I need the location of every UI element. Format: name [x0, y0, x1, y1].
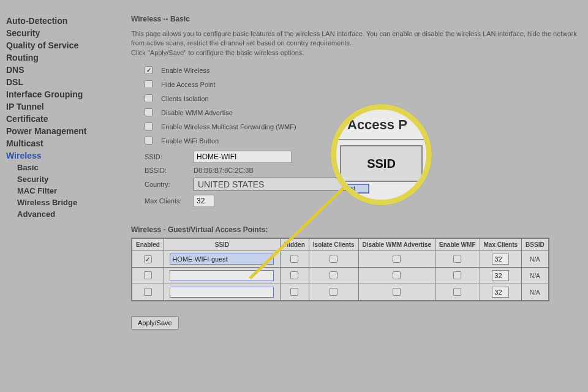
guest-col-max-clients: Max Clients: [480, 238, 522, 251]
enable-wifi-btn-checkbox[interactable]: [145, 137, 153, 145]
guest-bssid-value: N/A: [522, 268, 549, 284]
magnified-ssid-header: SSID: [340, 145, 423, 182]
hide-ap-checkbox[interactable]: [145, 80, 153, 88]
sidebar-item-security[interactable]: Security: [6, 173, 113, 185]
guest-dwmm-checkbox[interactable]: [393, 255, 401, 263]
guest-col-enable-wmf: Enable WMF: [435, 238, 480, 251]
enable-wifi-btn-label: Enable WiFi Button: [161, 137, 219, 145]
guest-dwmm-checkbox[interactable]: [393, 288, 401, 296]
guest-bssid-value: N/A: [522, 284, 549, 301]
guest-col-isolate-clients: Isolate Clients: [309, 238, 358, 251]
page-description: This page allows you to configure basic …: [131, 29, 586, 58]
guest-isolate-checkbox[interactable]: [330, 255, 337, 263]
sidebar-item-routing[interactable]: Routing: [6, 51, 113, 64]
guest-max-input[interactable]: [492, 270, 509, 281]
guest-table: EnabledSSIDHiddenIsolate ClientsDisable …: [131, 238, 549, 301]
guest-col-bssid: BSSID: [522, 238, 549, 251]
page-title: Wireless -- Basic: [131, 15, 586, 23]
magnified-ssid-fragment: est: [345, 184, 369, 194]
guest-max-input[interactable]: [492, 287, 509, 298]
guest-dwmm-checkbox[interactable]: [393, 271, 401, 279]
sidebar-nav: Auto-DetectionSecurityQuality of Service…: [6, 15, 113, 220]
guest-hidden-checkbox[interactable]: [290, 271, 298, 279]
guest-isolate-checkbox[interactable]: [330, 271, 337, 279]
guest-ewmf-checkbox[interactable]: [453, 288, 461, 296]
bssid-label: BSSID:: [145, 167, 194, 174]
guest-col-ssid: SSID: [164, 238, 280, 251]
sidebar-item-wireless-bridge[interactable]: Wireless Bridge: [6, 197, 113, 208]
guest-col-disable-wmm-advertise: Disable WMM Advertise: [358, 238, 435, 251]
apply-save-button[interactable]: Apply/Save: [131, 316, 179, 330]
table-row: N/A: [132, 284, 549, 301]
guest-col-enabled: Enabled: [132, 238, 164, 251]
guest-ewmf-checkbox[interactable]: [453, 271, 461, 279]
enable-wmf-checkbox[interactable]: [145, 123, 153, 130]
enable-wmf-label: Enable Wireless Multicast Forwarding (WM…: [161, 123, 296, 130]
sidebar-item-basic[interactable]: Basic: [6, 162, 113, 173]
sidebar-item-dsl[interactable]: DSL: [6, 76, 113, 88]
sidebar-item-mac-filter[interactable]: MAC Filter: [6, 185, 113, 197]
guest-hidden-checkbox[interactable]: [290, 255, 298, 263]
guest-hidden-checkbox[interactable]: [290, 288, 298, 296]
disable-wmm-label: Disable WMM Advertise: [161, 109, 233, 116]
guest-ssid-input[interactable]: [170, 287, 274, 298]
bssid-value: D8:B6:B7:8C:2C:3B: [194, 167, 254, 174]
guest-enabled-checkbox[interactable]: [144, 271, 152, 279]
enable-wireless-checkbox[interactable]: [145, 66, 153, 74]
clients-isolation-checkbox[interactable]: [145, 94, 153, 102]
max-clients-label: Max Clients:: [145, 197, 194, 205]
magnified-access-point-text: Access P: [347, 117, 407, 133]
sidebar-item-wireless[interactable]: Wireless: [6, 149, 113, 162]
sidebar-item-quality-of-service[interactable]: Quality of Service: [6, 39, 113, 51]
hide-ap-label: Hide Access Point: [161, 81, 216, 88]
sidebar-item-multicast[interactable]: Multicast: [6, 137, 113, 149]
sidebar-item-auto-detection[interactable]: Auto-Detection: [6, 15, 113, 27]
sidebar-item-ip-tunnel[interactable]: IP Tunnel: [6, 100, 113, 113]
guest-ssid-input[interactable]: [170, 254, 274, 265]
guest-bssid-value: N/A: [522, 251, 549, 268]
sidebar-item-dns[interactable]: DNS: [6, 64, 113, 76]
ssid-input[interactable]: [194, 151, 292, 163]
guest-max-input[interactable]: [492, 254, 509, 265]
guest-ewmf-checkbox[interactable]: [453, 255, 461, 263]
guest-isolate-checkbox[interactable]: [330, 288, 337, 296]
disable-wmm-checkbox[interactable]: [145, 108, 153, 116]
sidebar-item-certificate[interactable]: Certificate: [6, 113, 113, 125]
country-label: Country:: [145, 181, 194, 188]
sidebar-item-interface-grouping[interactable]: Interface Grouping: [6, 88, 113, 100]
magnifier-circle: Access P SSID est: [331, 104, 432, 205]
enable-wireless-label: Enable Wireless: [161, 67, 209, 74]
guest-heading: Wireless - Guest/Virtual Access Points:: [131, 225, 586, 234]
clients-isolation-label: Clients Isolation: [161, 95, 209, 102]
max-clients-input[interactable]: [194, 195, 214, 207]
guest-enabled-checkbox[interactable]: [144, 288, 152, 296]
sidebar-item-advanced[interactable]: Advanced: [6, 208, 113, 220]
ssid-label: SSID:: [145, 153, 194, 160]
table-row: N/A: [132, 251, 549, 268]
sidebar-item-power-management[interactable]: Power Management: [6, 125, 113, 137]
table-row: N/A: [132, 268, 549, 284]
sidebar-item-security[interactable]: Security: [6, 27, 113, 39]
guest-enabled-checkbox[interactable]: [144, 255, 152, 263]
